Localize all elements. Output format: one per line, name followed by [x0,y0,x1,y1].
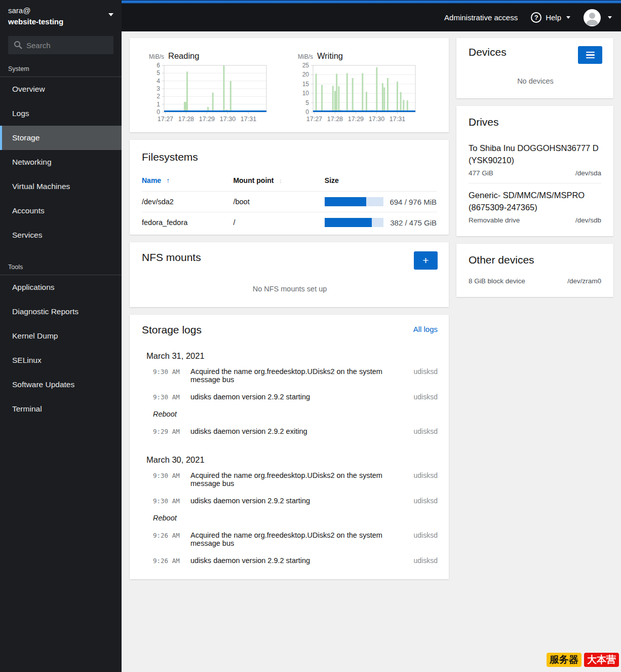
chevron-down-icon[interactable] [108,13,113,16]
svg-text:5: 5 [157,69,160,77]
log-message: udisks daemon version 2.9.2 starting [190,556,414,565]
log-message: udisks daemon version 2.9.2 starting [190,497,414,505]
hamburger-icon [586,52,595,53]
session-menu[interactable] [584,9,612,26]
svg-text:17:27: 17:27 [306,116,322,123]
fs-name[interactable]: fedora_fedora [142,212,233,233]
log-entry[interactable]: 9:26 AM udisks daemon version 2.9.2 star… [153,552,438,569]
drive-name[interactable]: Generic- SD/MMC/MS/MSPRO (8675309-247365… [469,190,601,214]
storage-logs-title: Storage logs [142,324,202,336]
log-service: udisksd [414,471,438,479]
sidebar-item-kernel-dump[interactable]: Kernel Dump [0,324,122,348]
svg-text:17:27: 17:27 [158,116,173,123]
other-device-item-zram0[interactable]: 8 GiB block device /dev/zram0 [469,277,601,285]
log-entry[interactable]: 9:30 AM Acquired the name org.freedeskto… [153,363,438,388]
svg-text:10: 10 [302,90,309,97]
host-switcher[interactable]: sara@ website-testing [0,0,122,29]
log-time: 9:30 AM [153,368,190,376]
main-area: Administrative access ? Help [122,0,621,672]
drive-name[interactable]: To Shiba Inu DOGGOHSN36777 D (YSK90210) [469,142,601,167]
log-time: 9:29 AM [153,428,190,435]
nfs-mounts-title: NFS mounts [142,251,201,264]
sidebar-item-diagnostic-reports[interactable]: Diagnostic Reports [0,300,122,324]
search-icon [14,41,22,49]
search-input[interactable] [8,36,113,54]
svg-text:15: 15 [302,81,309,88]
avatar [584,9,601,26]
log-group-date: March 31, 2021 [146,351,438,361]
hostname: website-testing [8,17,113,26]
log-reboot-divider: Reboot [153,405,438,423]
sidebar-item-terminal[interactable]: Terminal [0,397,122,421]
sidebar-item-logs[interactable]: Logs [0,101,122,126]
log-time: 9:30 AM [153,497,190,505]
watermark-badge-red: 大本营 [584,653,619,667]
fs-name[interactable]: /dev/sda2 [142,192,233,212]
admin-access-indicator[interactable]: Administrative access [444,13,518,22]
log-entry[interactable]: 9:30 AM Acquired the name org.freedeskto… [153,467,438,492]
devices-empty-state: No devices [469,77,602,85]
column-header-name[interactable]: Name↑ [142,173,233,192]
log-message: Acquired the name org.freedesktop.UDisks… [190,367,414,384]
tools-nav: Applications Diagnostic Reports Kernel D… [0,275,122,423]
usage-label: 694 / 976 MiB [390,198,437,206]
log-time: 9:26 AM [153,532,190,539]
sidebar-item-storage[interactable]: Storage [0,126,122,150]
log-entry[interactable]: 9:26 AM Acquired the name org.freedeskto… [153,527,438,552]
filesystem-row-fedora[interactable]: fedora_fedora / 382 / 475 GiB [142,212,437,233]
log-message: udisks daemon version 2.9.2 starting [190,393,414,401]
svg-text:17:28: 17:28 [178,116,194,123]
drives-title: Drives [469,116,601,128]
devices-menu-button[interactable] [578,46,602,64]
filesystem-row-sda2[interactable]: /dev/sda2 /boot 694 / 976 MiB [142,192,437,212]
add-nfs-mount-button[interactable]: + [414,251,438,270]
svg-text:17:28: 17:28 [327,116,343,123]
nfs-empty-state: No NFS mounts set up [142,285,438,293]
svg-text:6: 6 [157,62,160,69]
drives-card: Drives To Shiba Inu DOGGOHSN36777 D (YSK… [456,106,613,236]
writing-chart: MiB/s Writing 051015202517:2717:2817:291… [293,49,439,126]
log-entry[interactable]: 9:30 AM udisks daemon version 2.9.2 star… [153,492,438,509]
devices-title: Devices [469,46,507,58]
sidebar-item-overview[interactable]: Overview [0,77,122,101]
drive-item-sda[interactable]: To Shiba Inu DOGGOHSN36777 D (YSK90210) … [469,136,601,183]
log-entry[interactable]: 9:30 AM udisks daemon version 2.9.2 star… [153,388,438,405]
svg-text:17:31: 17:31 [241,116,256,123]
sidebar-item-accounts[interactable]: Accounts [0,199,122,223]
sidebar-item-software-updates[interactable]: Software Updates [0,372,122,397]
reboot-label: Reboot [153,410,177,418]
drive-item-sdb[interactable]: Generic- SD/MMC/MS/MSPRO (8675309-247365… [469,183,601,230]
log-group: 9:30 AM Acquired the name org.freedeskto… [142,363,438,440]
log-message: Acquired the name org.freedesktop.UDisks… [190,531,414,547]
svg-text:17:29: 17:29 [348,116,364,123]
system-nav: Overview Logs Storage Networking Virtual… [0,77,122,249]
svg-text:20: 20 [302,71,309,78]
svg-text:4: 4 [157,78,160,85]
sidebar-item-selinux[interactable]: SELinux [0,348,122,372]
log-message: udisks daemon version 2.9.2 exiting [190,427,414,435]
watermark-logo: 服务器 大本营 [547,653,619,667]
svg-text:17:30: 17:30 [369,116,384,123]
sidebar-item-virtual-machines[interactable]: Virtual Machines [0,174,122,199]
storage-logs-card: Storage logs All logs March 31, 2021 9:3… [130,315,449,579]
sidebar-item-applications[interactable]: Applications [0,275,122,300]
device-description: 8 GiB block device [469,277,525,285]
column-header-mount-point[interactable]: Mount point↕ [233,173,324,192]
all-logs-link[interactable]: All logs [413,325,438,333]
writing-chart-title: Writing [317,51,343,61]
sidebar: sara@ website-testing System Overview Lo… [0,0,122,672]
svg-text:0: 0 [157,108,160,116]
reading-chart-title: Reading [168,51,199,61]
log-service: udisksd [414,393,438,401]
drive-path: /dev/sda [575,169,601,177]
help-label: Help [546,13,561,22]
sidebar-item-networking[interactable]: Networking [0,150,122,174]
help-menu[interactable]: ? Help [531,12,570,23]
usage-label: 382 / 475 GiB [390,218,437,227]
drive-path: /dev/sdb [575,216,601,224]
chevron-down-icon [566,16,570,19]
log-entry[interactable]: 9:29 AM udisks daemon version 2.9.2 exit… [153,423,438,440]
svg-text:0: 0 [305,108,309,116]
sidebar-item-services[interactable]: Services [0,223,122,247]
svg-text:1: 1 [157,101,160,108]
